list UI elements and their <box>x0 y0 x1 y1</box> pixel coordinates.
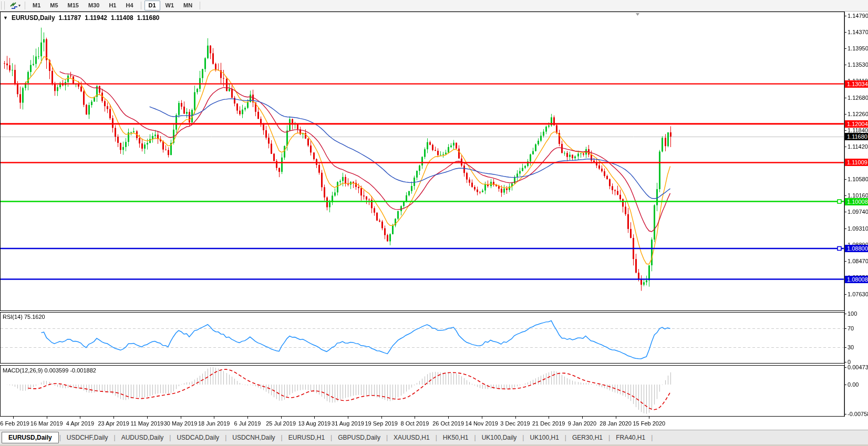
tab-divider: | <box>114 434 116 441</box>
price-level-badge[interactable]: 1.12004 <box>845 120 868 128</box>
rsi-axis-tick: 70 <box>848 325 854 331</box>
price-axis-tick: 1.10580 <box>848 176 868 182</box>
macd-indicator-label: MACD(12,26,9) 0.003599 -0.001882 <box>3 367 96 374</box>
chart-tab-gbpusd-daily[interactable]: GBPUSD,Daily <box>333 432 386 443</box>
chart-tab-xauusd-h1[interactable]: XAUUSD,H1 <box>388 432 435 443</box>
chart-tab-bar: EURUSD,Daily|USDCHF,Daily|AUDUSD,Daily|U… <box>0 430 868 445</box>
price-axis-tick: 1.09740 <box>848 209 868 215</box>
date-axis-label: 23 Apr 2019 <box>98 420 129 427</box>
date-axis-label: 11 May 2019 <box>130 420 163 427</box>
ohlc-high: 1.11942 <box>85 14 107 22</box>
chart-tab-eurusd-h1[interactable]: EURUSD,H1 <box>283 432 330 443</box>
date-axis-label: 15 Feb 2020 <box>633 420 665 427</box>
chart-tab-usdcnh-daily[interactable]: USDCNH,Daily <box>227 432 280 443</box>
date-axis-label: 9 Jan 2020 <box>568 420 596 427</box>
macd-axis-tick: 0.004738 <box>848 364 868 370</box>
rsi-indicator-label: RSI(14) 75.1620 <box>3 314 45 320</box>
price-level-badge[interactable]: 1.13034 <box>845 80 868 88</box>
timeframe-button-m1[interactable]: M1 <box>28 1 45 11</box>
toolbar-separator <box>141 2 141 9</box>
toolbar-grip[interactable] <box>1 2 5 9</box>
price-level-badge[interactable]: 1.11009 <box>845 159 868 166</box>
date-axis-label: 25 Jul 2019 <box>266 420 296 427</box>
price-level-badge[interactable]: 1.10008 <box>845 198 868 205</box>
price-level-badge[interactable]: 1.08800 <box>845 245 868 252</box>
timeframe-button-h4[interactable]: H4 <box>121 1 137 11</box>
chart-symbols-icon <box>10 2 18 9</box>
tab-divider: | <box>436 434 437 441</box>
timeframe-button-mn[interactable]: MN <box>179 1 197 11</box>
symbols-chart-icon-button[interactable]: ▾ <box>8 2 22 9</box>
ohlc-low: 1.11408 <box>111 14 133 22</box>
toolbar-separator <box>200 2 200 9</box>
date-axis-label: 6 Jul 2019 <box>234 420 261 427</box>
chart-tab-hk50-h1[interactable]: HK50,H1 <box>438 432 474 443</box>
macd-axis-tick: 0.00 <box>848 381 859 388</box>
price-axis-tick: 1.11420 <box>848 143 868 150</box>
chart-tab-fra40-h1[interactable]: FRA40,H1 <box>611 432 650 443</box>
tab-divider: | <box>225 434 226 441</box>
timeframe-button-m30[interactable]: M30 <box>84 1 104 11</box>
chart-window-title: ▼ EURUSD,Daily 1.11787 1.11942 1.11408 1… <box>3 14 159 22</box>
tab-divider: | <box>281 434 283 441</box>
tab-divider: | <box>59 434 61 441</box>
price-axis-tick: 1.13950 <box>848 45 868 51</box>
price-axis-tick: 1.13530 <box>848 61 868 68</box>
price-axis-tick: 1.14370 <box>848 29 868 35</box>
chart-symbol-label: EURUSD,Daily <box>12 14 55 22</box>
chart-tab-uk100-daily[interactable]: UK100,Daily <box>477 432 522 443</box>
rsi-axis-tick: 100 <box>848 310 857 317</box>
date-axis-label: 3 Dec 2019 <box>500 420 530 427</box>
date-axis-label: 16 Mar 2019 <box>30 420 63 427</box>
date-axis-label: 19 Sep 2019 <box>365 420 397 427</box>
date-axis-label: 28 Jan 2020 <box>600 420 632 427</box>
timeframe-button-m5[interactable]: M5 <box>46 1 62 11</box>
tab-divider: | <box>386 434 388 441</box>
tab-divider: | <box>169 434 171 441</box>
price-axis-tick: 1.12260 <box>848 111 868 117</box>
timeframe-toolbar: ▾ M1M5M15M30H1H4D1W1MN <box>0 0 868 12</box>
chart-canvas[interactable] <box>0 0 868 446</box>
tab-divider: | <box>330 434 332 441</box>
price-axis-tick: 1.09310 <box>848 225 868 232</box>
date-axis-label: 26 Oct 2019 <box>432 420 464 427</box>
date-axis-label: 26 Feb 2019 <box>0 420 29 427</box>
tab-divider: | <box>651 434 653 441</box>
tab-divider: | <box>474 434 476 441</box>
chart-tab-usdcad-daily[interactable]: USDCAD,Daily <box>171 432 224 443</box>
price-level-badge[interactable]: 1.08008 <box>845 276 868 283</box>
date-axis-label: 30 May 2019 <box>164 420 198 427</box>
tab-divider: | <box>608 434 610 441</box>
ohlc-close: 1.11680 <box>137 14 160 22</box>
price-axis-tick: 1.14790 <box>848 13 868 19</box>
timeframe-button-m15[interactable]: M15 <box>64 1 83 11</box>
date-axis-label: 13 Aug 2019 <box>298 420 330 427</box>
date-axis-label: 21 Dec 2019 <box>532 420 565 427</box>
current-price-badge: 1.11680 <box>845 133 868 140</box>
macd-axis-tick: -0.007584 <box>848 411 868 417</box>
timeframe-button-d1[interactable]: D1 <box>144 1 160 11</box>
tab-divider: | <box>522 434 524 441</box>
price-axis-tick: 1.08470 <box>848 258 868 264</box>
date-axis-label: 4 Apr 2019 <box>66 420 94 427</box>
date-axis-label: 18 Jun 2019 <box>198 420 230 427</box>
price-axis-tick: 1.12680 <box>848 95 868 101</box>
chevron-down-icon: ▾ <box>18 4 20 8</box>
chart-tab-eurusd-daily[interactable]: EURUSD,Daily <box>2 432 59 443</box>
date-axis-label: 14 Nov 2019 <box>466 420 498 427</box>
chart-tab-usdchf-daily[interactable]: USDCHF,Daily <box>61 432 113 443</box>
price-axis-tick: 1.07630 <box>848 291 868 297</box>
date-axis-label: 8 Oct 2019 <box>400 420 429 427</box>
timeframe-button-h1[interactable]: H1 <box>105 1 120 11</box>
ohlc-open: 1.11787 <box>59 14 81 22</box>
rsi-axis-tick: 30 <box>848 344 854 350</box>
tab-divider: | <box>565 434 566 441</box>
timeframe-button-w1[interactable]: W1 <box>161 1 179 11</box>
chart-tab-uk100-h1[interactable]: UK100,H1 <box>524 432 564 443</box>
toolbar-separator <box>25 2 25 9</box>
date-axis-label: 31 Aug 2019 <box>332 420 364 427</box>
collapse-icon[interactable]: ▼ <box>3 15 8 20</box>
chart-tab-audusd-daily[interactable]: AUDUSD,Daily <box>116 432 169 443</box>
chart-tab-ger30-h1[interactable]: GER30,H1 <box>567 432 608 443</box>
